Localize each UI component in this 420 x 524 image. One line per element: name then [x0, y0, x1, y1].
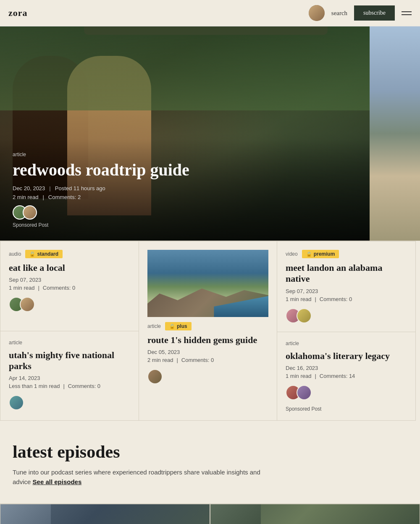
card-comments-5: Comments: 14: [320, 373, 355, 379]
bottom-card-packing[interactable]: what to bring and what to leave: [210, 504, 420, 524]
menu-line-2: [402, 14, 412, 15]
card-read-3: 1 min read: [286, 296, 311, 302]
header: zora search subscribe: [0, 0, 420, 26]
episodes-title: latest episodes: [13, 442, 407, 462]
card-type-5: article: [286, 341, 299, 346]
menu-button[interactable]: [402, 11, 412, 15]
hero-main-card[interactable]: article redwoods roadtrip guide Dec 20, …: [0, 26, 370, 241]
card-date-3: Sep 07, 2023: [286, 288, 407, 294]
card-route1[interactable]: article 🔒 plus route 1's hidden gems gui…: [139, 241, 277, 421]
bottom-card-friends[interactable]: on the road with friends: [0, 504, 210, 524]
hero-avatar-2: [23, 205, 37, 220]
card-avatars-3: [286, 308, 407, 323]
card-title-1: eat like a local: [9, 262, 130, 273]
card-comments-1: Comments: 0: [43, 285, 75, 291]
hero-avatars: [13, 205, 357, 220]
card-comments-4: Comments: 0: [68, 383, 100, 389]
card-type-3: video: [286, 251, 298, 257]
menu-line-1: [402, 11, 412, 12]
card-type-2: article: [147, 323, 161, 329]
card-oklahoma[interactable]: article oklahoma's literary legacy Dec 1…: [277, 332, 416, 421]
bottom-thumbnail-2: [210, 504, 261, 524]
card-avatars-4: [9, 395, 130, 410]
card-title-5: oklahoma's literary legacy: [286, 351, 407, 362]
avatar-image: [309, 5, 325, 21]
grid-col-3: video 🔒 premium meet landon an alabama n…: [277, 241, 416, 421]
bottom-thumbnail-1: [0, 504, 51, 524]
card-meta-1: 1 min read | Comments: 0: [9, 285, 130, 291]
card-type-4: article: [9, 340, 22, 346]
thumb-city-bg: [0, 504, 51, 524]
card-avatar-4a: [9, 395, 24, 410]
episodes-description: Tune into our podcast series where exper…: [13, 468, 273, 487]
hero-read-time: 2 min read: [13, 194, 38, 200]
card-top-5: article: [286, 341, 407, 346]
card-read-5: 1 min read: [286, 373, 311, 379]
badge-premium: 🔒 premium: [302, 250, 339, 258]
card-avatar-1b: [20, 297, 35, 312]
hero-comments: Comments: 2: [48, 194, 81, 200]
hero-overlay: article redwoods roadtrip guide Dec 20, …: [0, 139, 370, 241]
card-comments-3: Comments: 0: [320, 296, 352, 302]
hero-read-meta: 2 min read | Comments: 2: [13, 194, 357, 200]
hero-section: article redwoods roadtrip guide Dec 20, …: [0, 26, 420, 241]
card-comments-2: Comments: 0: [181, 357, 214, 363]
hero-tag: article: [13, 152, 357, 157]
lock-icon: 🔒: [29, 252, 35, 257]
card-avatars-2: [147, 369, 268, 384]
bottom-episodes-grid: on the road with friends what to bring a…: [0, 503, 420, 524]
badge-standard: 🔒 standard: [25, 250, 63, 258]
hero-date: Dec 20, 2023: [13, 185, 45, 191]
card-title-4: utah's mighty five national parks: [9, 350, 130, 372]
episodes-section: latest episodes Tune into our podcast se…: [0, 421, 420, 503]
subscribe-button[interactable]: subscribe: [354, 5, 395, 21]
logo[interactable]: zora: [8, 8, 28, 18]
avatar[interactable]: [309, 5, 325, 21]
hero-side-bg: [370, 26, 420, 241]
lock-icon-3: 🔒: [306, 252, 312, 257]
card-date-2: Dec 05, 2023: [147, 349, 268, 355]
hero-date-meta: Dec 20, 2023 | Posted 11 hours ago: [13, 185, 357, 191]
card-date-4: Apr 14, 2023: [9, 375, 130, 381]
card-landon[interactable]: video 🔒 premium meet landon an alabama n…: [277, 241, 416, 332]
card-top-2: article 🔒 plus: [147, 322, 268, 330]
thumb-road-bg: [210, 504, 261, 524]
lock-icon-2: 🔒: [169, 324, 175, 329]
card-eat-like-local[interactable]: audio 🔒 standard eat like a local Sep 07…: [0, 241, 139, 331]
see-all-episodes-link[interactable]: See all episodes: [33, 478, 82, 485]
card-date-1: Sep 07, 2023: [9, 277, 130, 283]
card-meta-4: Less than 1 min read | Comments: 0: [9, 383, 130, 389]
card-date-5: Dec 16, 2023: [286, 365, 407, 371]
card-avatar-3b: [297, 308, 312, 323]
badge-plus: 🔒 plus: [165, 322, 192, 330]
hero-side-image: [370, 26, 420, 241]
header-right: search subscribe: [309, 5, 412, 21]
hero-title: redwoods roadtrip guide: [13, 161, 357, 179]
cards-grid: audio 🔒 standard eat like a local Sep 07…: [0, 241, 420, 421]
card-top-3: video 🔒 premium: [286, 250, 407, 258]
card-image-route1: [147, 250, 268, 317]
card-avatar-2a: [147, 369, 163, 384]
hero-sponsored: Sponsored Post: [13, 222, 357, 228]
card-top-1: audio 🔒 standard: [9, 250, 130, 258]
card-avatar-5b: [297, 385, 312, 400]
hero-posted: Posted 11 hours ago: [55, 185, 105, 191]
card-read-2: 2 min read: [147, 357, 173, 363]
card-avatars-1: [9, 297, 130, 312]
card-avatars-5: [286, 385, 407, 400]
card-title-2: route 1's hidden gems guide: [147, 335, 268, 346]
card-utah[interactable]: article utah's mighty five national park…: [0, 331, 139, 421]
card-read-4: Less than 1 min read: [9, 383, 60, 389]
card-meta-3: 1 min read | Comments: 0: [286, 296, 407, 302]
card-title-3: meet landon an alabama native: [286, 262, 407, 285]
card-meta-2: 2 min read | Comments: 0: [147, 357, 268, 363]
card-type-1: audio: [9, 251, 21, 257]
card-meta-5: 1 min read | Comments: 14: [286, 373, 407, 379]
card-read-1: 1 min read: [9, 285, 34, 291]
card-top-4: article: [9, 340, 130, 346]
card-sponsored-5: Sponsored Post: [286, 406, 407, 412]
grid-col-1: audio 🔒 standard eat like a local Sep 07…: [0, 241, 139, 421]
search-button[interactable]: search: [331, 10, 347, 17]
grid-col-2: article 🔒 plus route 1's hidden gems gui…: [139, 241, 277, 421]
